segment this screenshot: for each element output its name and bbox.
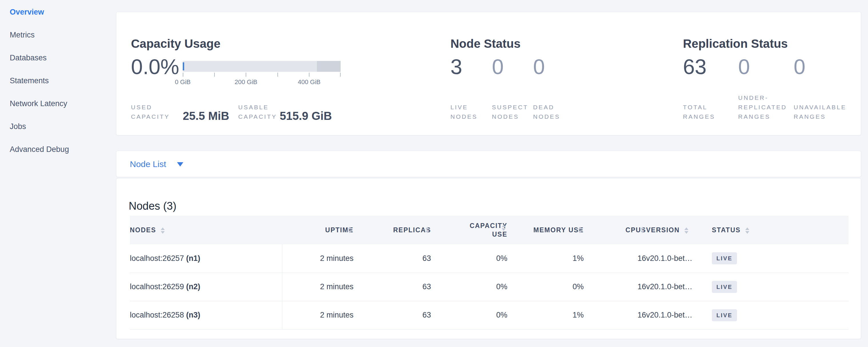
nodes-table: NODESUPTIMEREPLICASCAPACITY USEMEMORY US… (130, 216, 848, 329)
under-replicated-ranges-count: 0 (738, 56, 750, 78)
sort-icon (684, 227, 688, 234)
node-id: (n2) (186, 282, 200, 291)
live-nodes-count: 3 (451, 56, 462, 78)
column-header-cpus[interactable]: CPUS (584, 216, 646, 244)
used-capacity-label: USED CAPACITY (131, 102, 169, 121)
cluster-summary-card: Capacity Usage 0.0% 0 GiB 200 GiB 400 Gi… (116, 12, 861, 135)
nodes-table-card: Nodes (3) NODESUPTIMEREPLICASCAPACITY US… (116, 178, 861, 339)
cell-status: LIVE (712, 273, 848, 301)
cell-nodes: localhost:26257 (n1) (130, 244, 282, 273)
cell-replicas: 63 (353, 244, 431, 273)
cell-status: LIVE (712, 244, 848, 273)
node-id: (n1) (186, 254, 200, 263)
node-status-title: Node Status (451, 37, 521, 50)
column-header-status[interactable]: STATUS (712, 216, 848, 244)
sidebar-item-databases[interactable]: Databases (10, 52, 107, 64)
sort-icon (161, 227, 165, 234)
column-header-label: NODES (130, 226, 156, 234)
cell-version: v20.1.0-bet… (646, 301, 712, 329)
replication-status-title: Replication Status (683, 37, 787, 50)
cell-replicas: 63 (353, 301, 431, 329)
cell-memory_use: 1% (507, 301, 584, 329)
under-replicated-ranges-label: UNDER- REPLICATED RANGES (738, 93, 787, 121)
table-row[interactable]: localhost:26257 (n1)2 minutes630%1%16v20… (130, 244, 848, 273)
cell-uptime: 2 minutes (282, 273, 353, 301)
cell-cpus: 16 (584, 244, 646, 273)
sidebar-item-statements[interactable]: Statements (10, 75, 107, 86)
capacity-usage-title: Capacity Usage (131, 37, 220, 50)
cell-version: v20.1.0-bet… (646, 273, 712, 301)
usable-capacity-value: 515.9 GiB (280, 109, 332, 122)
sort-icon (745, 227, 749, 234)
sidebar-item-advanced-debug[interactable]: Advanced Debug (10, 144, 107, 155)
usable-capacity-label: USABLE CAPACITY (238, 102, 277, 121)
axis-label-200gib: 200 GiB (235, 78, 257, 86)
node-list-dropdown-label: Node List (130, 159, 166, 169)
node-id: (n3) (186, 311, 200, 319)
capacity-other-data-segment (317, 61, 341, 72)
cell-cpus: 16 (584, 301, 646, 329)
total-ranges-count: 63 (683, 56, 706, 78)
column-header-uptime[interactable]: UPTIME (282, 216, 353, 244)
cell-capacity_use: 0% (431, 273, 507, 301)
chevron-down-icon (177, 162, 183, 166)
suspect-nodes-count: 0 (492, 56, 504, 78)
cell-uptime: 2 minutes (282, 301, 353, 329)
cell-memory_use: 1% (507, 244, 584, 273)
dead-nodes-count: 0 (533, 56, 545, 78)
cell-replicas: 63 (353, 273, 431, 301)
sort-icon (348, 227, 352, 233)
status-badge: LIVE (712, 281, 737, 293)
sidebar-item-jobs[interactable]: Jobs (10, 121, 107, 132)
cell-version: v20.1.0-bet… (646, 244, 712, 273)
unavailable-ranges-label: UNAVAILABLE RANGES (794, 102, 846, 121)
column-header-version[interactable]: VERSION (646, 216, 712, 244)
sidebar-item-overview[interactable]: Overview (10, 6, 107, 18)
suspect-nodes-label: SUSPECT NODES (492, 102, 528, 121)
status-badge: LIVE (712, 309, 737, 321)
view-selector-card: Node List (116, 151, 861, 177)
sort-icon (425, 227, 429, 233)
status-badge: LIVE (712, 252, 737, 264)
column-header-replicas[interactable]: REPLICAS (353, 216, 431, 244)
table-header-row: NODESUPTIMEREPLICASCAPACITY USEMEMORY US… (130, 216, 848, 244)
column-header-label: VERSION (646, 226, 680, 234)
total-ranges-label: TOTAL RANGES (683, 102, 715, 121)
live-nodes-label: LIVE NODES (451, 102, 477, 121)
cell-cpus: 16 (584, 273, 646, 301)
cell-nodes: localhost:26258 (n3) (130, 301, 282, 329)
cell-status: LIVE (712, 301, 848, 329)
unavailable-ranges-count: 0 (794, 56, 805, 78)
column-header-label: STATUS (712, 226, 741, 234)
column-header-capacity-use[interactable]: CAPACITY USE (431, 216, 507, 244)
axis-label-0gib: 0 GiB (175, 78, 190, 86)
capacity-axis-ticks (183, 73, 341, 77)
cell-capacity_use: 0% (431, 244, 507, 273)
capacity-axis-labels: 0 GiB 200 GiB 400 GiB (183, 78, 341, 87)
sidebar-nav: OverviewMetricsDatabasesStatementsNetwor… (10, 6, 107, 166)
capacity-used-percent: 0.0% (131, 56, 179, 78)
column-header-label: MEMORY USE (533, 226, 584, 234)
overview-page: OverviewMetricsDatabasesStatementsNetwor… (0, 0, 868, 347)
dead-nodes-label: DEAD NODES (533, 102, 560, 121)
cell-nodes: localhost:26259 (n2) (130, 273, 282, 301)
sort-icon (640, 227, 644, 233)
node-address[interactable]: localhost:26258 (130, 311, 184, 319)
sort-icon (578, 227, 582, 233)
node-list-dropdown[interactable]: Node List (130, 151, 183, 177)
capacity-usage-bar (183, 61, 341, 72)
capacity-used-segment (183, 62, 184, 70)
node-address[interactable]: localhost:26259 (130, 282, 184, 291)
table-row[interactable]: localhost:26259 (n2)2 minutes630%0%16v20… (130, 273, 848, 301)
sidebar-item-network-latency[interactable]: Network Latency (10, 98, 107, 109)
sidebar-item-metrics[interactable]: Metrics (10, 29, 107, 41)
column-header-nodes[interactable]: NODES (130, 216, 282, 244)
column-header-memory-use[interactable]: MEMORY USE (507, 216, 584, 244)
nodes-heading: Nodes (3) (129, 199, 177, 213)
node-address[interactable]: localhost:26257 (130, 254, 184, 263)
cell-uptime: 2 minutes (282, 244, 353, 273)
table-row[interactable]: localhost:26258 (n3)2 minutes630%1%16v20… (130, 301, 848, 329)
cell-memory_use: 0% (507, 273, 584, 301)
sort-icon (502, 225, 506, 231)
axis-label-400gib: 400 GiB (298, 78, 320, 86)
